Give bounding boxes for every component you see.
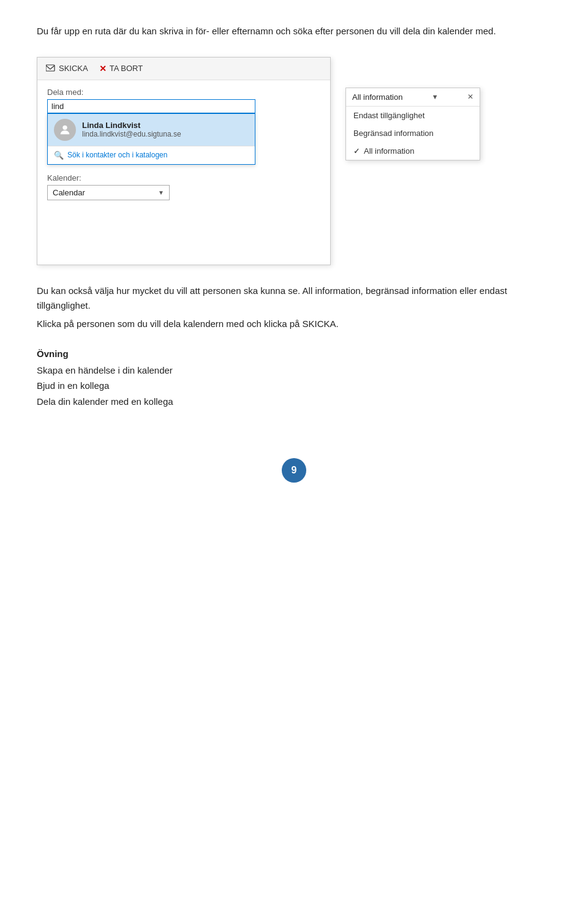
- option-all-info-label: All information: [364, 146, 414, 156]
- dialog-toolbar: SKICKA ✕ TA BORT: [37, 58, 330, 80]
- search-catalog-link[interactable]: 🔍 Sök i kontakter och i katalogen: [48, 146, 255, 164]
- exercise-heading: Övning: [37, 348, 551, 359]
- search-icon: 🔍: [54, 151, 64, 160]
- person-suggestion[interactable]: Linda Lindkvist linda.lindkvist@edu.sigt…: [48, 114, 255, 146]
- body-text-1: Du kan också välja hur mycket du vill at…: [37, 284, 551, 313]
- svg-point-1: [62, 125, 67, 129]
- checkmark-icon: ✓: [353, 146, 360, 156]
- exercise-item-1: Skapa en händelse i din kalender: [37, 363, 551, 378]
- calendar-chevron-icon: ▼: [158, 189, 164, 196]
- screenshot-area: SKICKA ✕ TA BORT Dela med: lind: [37, 57, 551, 265]
- option-only-availability-label: Endast tillgänglighet: [353, 111, 424, 120]
- exercise-item-3: Dela din kalender med en kollega: [37, 394, 551, 410]
- person-name-text: Linda Lindkvist: [82, 121, 140, 130]
- dropdown-chevron-icon: ▼: [432, 93, 439, 100]
- calendar-label: Kalender:: [47, 173, 320, 183]
- delete-label: TA BORT: [110, 64, 143, 73]
- name-search-input[interactable]: lind: [47, 99, 255, 113]
- send-label: SKICKA: [59, 64, 88, 73]
- person-name: Linda Lindkvist: [82, 121, 181, 130]
- delete-icon: ✕: [99, 64, 107, 73]
- send-icon: [46, 64, 56, 73]
- intro-paragraph: Du får upp en ruta där du kan skriva in …: [37, 24, 551, 39]
- dropdown-close-icon[interactable]: ✕: [467, 92, 473, 101]
- body-text-2: Klicka på personen som du vill dela kale…: [37, 317, 551, 331]
- person-info: Linda Lindkvist linda.lindkvist@edu.sigt…: [82, 121, 181, 138]
- search-value: lind: [51, 102, 64, 111]
- person-email: linda.lindkvist@edu.sigtuna.se: [82, 130, 181, 138]
- autocomplete-dropdown: Linda Lindkvist linda.lindkvist@edu.sigt…: [47, 113, 255, 165]
- calendar-select[interactable]: Calendar ▼: [47, 185, 170, 200]
- option-limited-info[interactable]: Begränsad information: [346, 124, 480, 142]
- exercise-list: Skapa en händelse i din kalender Bjud in…: [37, 363, 551, 410]
- search-link-label: Sök i kontakter och i katalogen: [67, 151, 167, 159]
- delete-button[interactable]: ✕ TA BORT: [99, 64, 143, 73]
- info-level-dropdown: All information ▼ ✕ Endast tillgänglighe…: [345, 88, 480, 160]
- exercise-item-2: Bjud in en kollega: [37, 378, 551, 394]
- dropdown-header-text: All information: [352, 92, 402, 102]
- page-number: 9: [282, 458, 306, 483]
- dela-label: Dela med:: [47, 88, 320, 97]
- send-button[interactable]: SKICKA: [46, 64, 88, 73]
- avatar: [54, 119, 76, 141]
- share-dialog: SKICKA ✕ TA BORT Dela med: lind: [37, 57, 331, 265]
- svg-rect-0: [46, 65, 55, 71]
- option-all-info[interactable]: ✓ All information: [346, 142, 480, 160]
- dialog-body: Dela med: lind Linda Lindkvist: [37, 80, 330, 208]
- info-dropdown-header: All information ▼ ✕: [346, 88, 480, 107]
- person-icon: [58, 123, 72, 137]
- option-only-availability[interactable]: Endast tillgänglighet: [346, 107, 480, 124]
- calendar-value: Calendar: [53, 188, 85, 197]
- option-limited-info-label: Begränsad information: [353, 129, 434, 138]
